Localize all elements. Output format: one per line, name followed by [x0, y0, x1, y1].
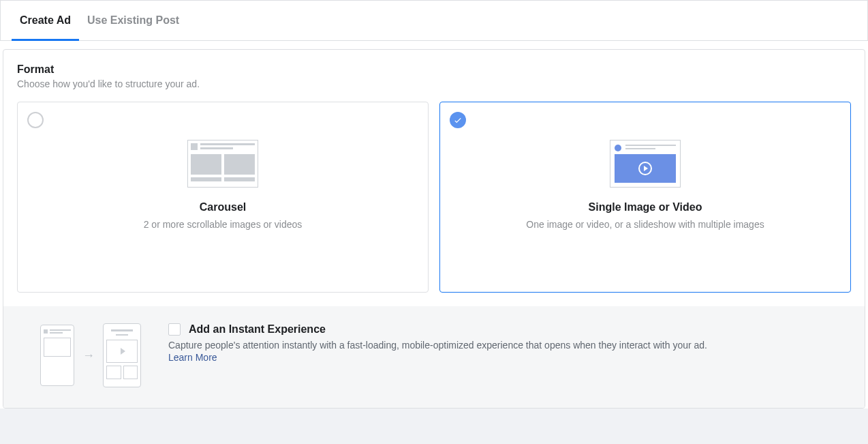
instant-experience-title: Add an Instant Experience: [189, 323, 326, 336]
learn-more-link[interactable]: Learn More: [168, 352, 217, 363]
phone-feed-icon: [40, 325, 74, 386]
instant-experience-row: → Add an Instant Experience Capture peop…: [3, 306, 865, 408]
carousel-thumbnail-icon: [29, 140, 417, 188]
format-subtitle: Choose how you'd like to structure your …: [17, 78, 851, 89]
format-title: Format: [17, 63, 851, 76]
tab-use-existing-post[interactable]: Use Existing Post: [79, 1, 187, 40]
instant-experience-checkbox[interactable]: [168, 323, 181, 336]
option-carousel-title: Carousel: [29, 201, 417, 213]
format-section: Format Choose how you'd like to structur…: [3, 49, 865, 409]
video-thumbnail-icon: [451, 140, 839, 188]
option-single-desc: One image or video, or a slideshow with …: [451, 219, 839, 230]
option-single-image-video[interactable]: Single Image or Video One image or video…: [439, 102, 851, 293]
instant-experience-illustration: →: [40, 323, 141, 387]
option-single-title: Single Image or Video: [451, 201, 839, 213]
radio-selected-icon: [450, 112, 466, 128]
option-carousel[interactable]: Carousel 2 or more scrollable images or …: [17, 102, 429, 293]
radio-unselected-icon: [27, 112, 44, 128]
instant-experience-desc: Capture people's attention instantly wit…: [168, 340, 848, 351]
phone-instant-icon: [103, 323, 141, 387]
tab-create-ad[interactable]: Create Ad: [12, 1, 79, 40]
format-options: Carousel 2 or more scrollable images or …: [17, 102, 851, 306]
tabs-bar: Create Ad Use Existing Post: [0, 0, 868, 41]
option-carousel-desc: 2 or more scrollable images or videos: [29, 219, 417, 230]
arrow-right-icon: →: [82, 349, 95, 363]
